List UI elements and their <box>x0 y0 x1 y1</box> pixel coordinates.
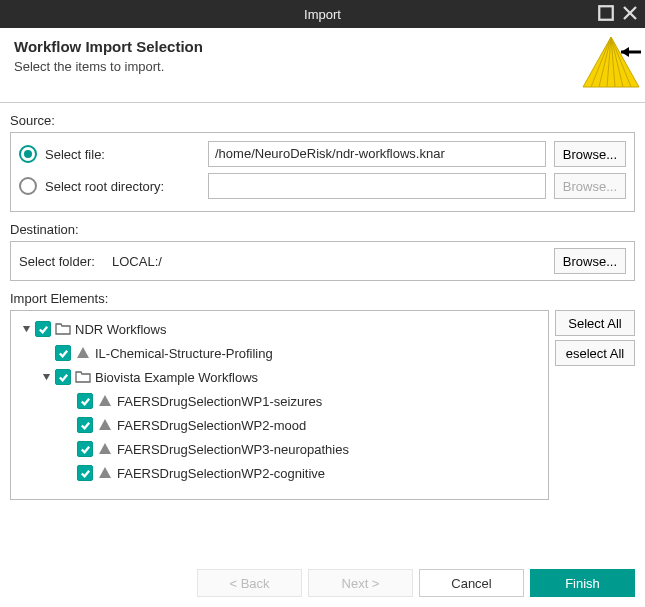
select-dir-radio[interactable] <box>19 177 37 195</box>
tree-row-root[interactable]: NDR Workflows <box>15 317 544 341</box>
app-logo-icon <box>581 32 641 92</box>
svg-marker-14 <box>42 373 49 379</box>
workflow-icon <box>97 393 113 409</box>
tree-row-item[interactable]: FAERSDrugSelectionWP3-neuropathies <box>15 437 544 461</box>
workflow-icon <box>97 441 113 457</box>
folder-icon <box>75 369 91 385</box>
tree-row-item[interactable]: FAERSDrugSelectionWP2-cognitive <box>15 461 544 485</box>
destination-label: Destination: <box>10 222 635 237</box>
tree-label: FAERSDrugSelectionWP1-seizures <box>117 394 322 409</box>
svg-marker-12 <box>22 325 29 331</box>
tree-row-folder[interactable]: Biovista Example Workflows <box>15 365 544 389</box>
window-controls <box>597 4 639 22</box>
tree-label: IL-Chemical-Structure-Profiling <box>95 346 273 361</box>
header-title: Workflow Import Selection <box>14 38 631 55</box>
browse-folder-button[interactable]: Browse... <box>554 248 626 274</box>
browse-dir-button: Browse... <box>554 173 626 199</box>
source-file-row: Select file: /home/NeuroDeRisk/ndr-workf… <box>19 141 626 167</box>
browse-file-button[interactable]: Browse... <box>554 141 626 167</box>
folder-icon <box>55 321 71 337</box>
workflow-icon <box>97 465 113 481</box>
tree-label: FAERSDrugSelectionWP2-cognitive <box>117 466 325 481</box>
header-subtitle: Select the items to import. <box>14 59 631 74</box>
svg-marker-15 <box>99 395 111 406</box>
checkbox[interactable] <box>55 345 71 361</box>
tree-label: NDR Workflows <box>75 322 167 337</box>
tree-label: FAERSDrugSelectionWP2-mood <box>117 418 306 433</box>
next-button: Next > <box>308 569 413 597</box>
source-dir-row: Select root directory: Browse... <box>19 173 626 199</box>
source-group: Select file: /home/NeuroDeRisk/ndr-workf… <box>10 132 635 212</box>
workflow-icon <box>75 345 91 361</box>
tree-row-item[interactable]: FAERSDrugSelectionWP1-seizures <box>15 389 544 413</box>
svg-marker-11 <box>621 47 629 57</box>
window-title: Import <box>304 7 341 22</box>
checkbox[interactable] <box>77 393 93 409</box>
finish-button[interactable]: Finish <box>530 569 635 597</box>
checkbox[interactable] <box>55 369 71 385</box>
destination-group: Select folder: LOCAL:/ Browse... <box>10 241 635 281</box>
source-label: Source: <box>10 113 635 128</box>
checkbox[interactable] <box>35 321 51 337</box>
checkbox[interactable] <box>77 441 93 457</box>
svg-marker-17 <box>99 443 111 454</box>
cancel-button[interactable]: Cancel <box>419 569 524 597</box>
tree-row-item[interactable]: FAERSDrugSelectionWP2-mood <box>15 413 544 437</box>
svg-marker-13 <box>77 347 89 358</box>
tree-label: Biovista Example Workflows <box>95 370 258 385</box>
import-elements-tree[interactable]: NDR Workflows IL-Chemical-Structure-Prof… <box>10 310 549 500</box>
back-button: < Back <box>197 569 302 597</box>
select-dir-input[interactable] <box>208 173 546 199</box>
checkbox[interactable] <box>77 417 93 433</box>
select-dir-label: Select root directory: <box>45 179 200 194</box>
svg-marker-3 <box>583 37 639 87</box>
checkbox[interactable] <box>77 465 93 481</box>
expand-icon[interactable] <box>39 370 53 384</box>
dialog-header: Workflow Import Selection Select the ite… <box>0 28 645 103</box>
window-titlebar: Import <box>0 0 645 28</box>
deselect-all-button[interactable]: eselect All <box>555 340 635 366</box>
svg-marker-16 <box>99 419 111 430</box>
select-file-label: Select file: <box>45 147 200 162</box>
select-folder-value: LOCAL:/ <box>112 254 546 269</box>
svg-rect-0 <box>599 6 613 20</box>
select-file-input[interactable]: /home/NeuroDeRisk/ndr-workflows.knar <box>208 141 546 167</box>
tree-action-buttons: Select All eselect All <box>555 310 635 500</box>
select-folder-label: Select folder: <box>19 254 104 269</box>
select-file-radio[interactable] <box>19 145 37 163</box>
workflow-icon <box>97 417 113 433</box>
expand-icon[interactable] <box>19 322 33 336</box>
import-elements-label: Import Elements: <box>10 291 635 306</box>
maximize-icon[interactable] <box>597 4 615 22</box>
tree-label: FAERSDrugSelectionWP3-neuropathies <box>117 442 349 457</box>
svg-marker-18 <box>99 467 111 478</box>
select-all-button[interactable]: Select All <box>555 310 635 336</box>
wizard-footer: < Back Next > Cancel Finish <box>10 569 635 597</box>
tree-row-item[interactable]: IL-Chemical-Structure-Profiling <box>15 341 544 365</box>
close-icon[interactable] <box>621 4 639 22</box>
